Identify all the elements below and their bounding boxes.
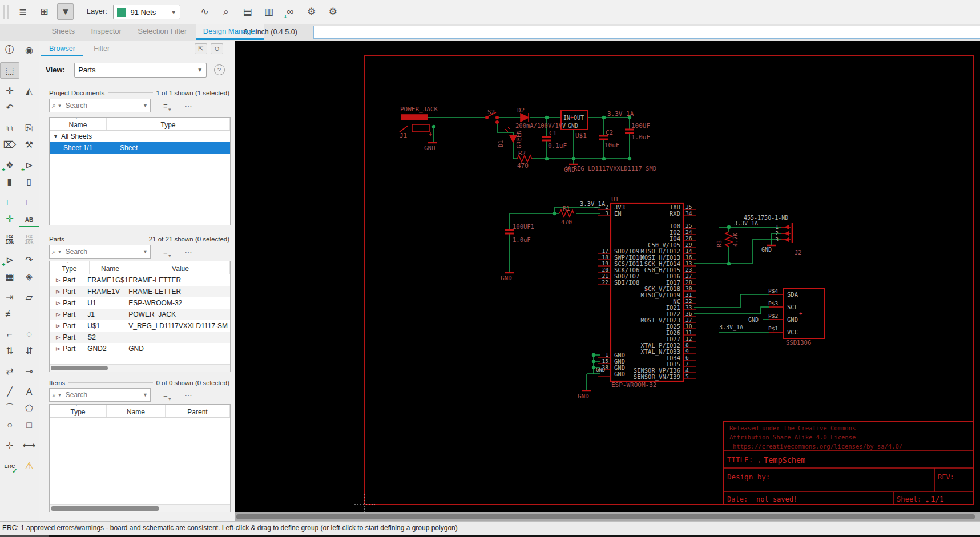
sheet-row-selected[interactable]: Sheet 1/1 Sheet xyxy=(50,142,230,154)
subtab-filter[interactable]: Filter xyxy=(86,42,118,55)
stretch-icon[interactable]: ⇄ xyxy=(0,363,19,379)
part-row[interactable]: ⊳ Part U1 ESP-WROOM-32 xyxy=(50,297,230,309)
items-hscrollbar[interactable] xyxy=(50,504,230,512)
list-options-icon[interactable]: ≡▾ xyxy=(163,391,168,399)
select-mode-icon[interactable]: ⇱ xyxy=(195,43,207,54)
replace-icon[interactable]: ↷ xyxy=(19,252,39,268)
more-options-icon[interactable]: ⋯ xyxy=(185,391,192,399)
layer-dropdown[interactable]: 91 Nets ▼ xyxy=(113,5,180,19)
list-options-icon[interactable]: ≡▾ xyxy=(163,248,168,256)
info-icon[interactable]: ⓘ xyxy=(0,42,19,58)
part-row[interactable]: ⊳ Part U$1 V_REG_LD1117VXXLD1117-SM xyxy=(50,320,230,332)
value-dim-icon[interactable]: R210k xyxy=(19,231,39,248)
column-header-type[interactable]: ˆ Type xyxy=(50,405,107,417)
part-row[interactable]: ⊳ Part S2 xyxy=(50,332,230,343)
wrench-icon[interactable]: ⚒ xyxy=(19,136,39,153)
filter-icon[interactable]: ▼ xyxy=(57,3,74,20)
delete-icon[interactable]: ⌦ xyxy=(0,136,19,153)
search-icon[interactable]: ⌕ xyxy=(50,390,56,399)
dimension-icon[interactable]: ⊹ xyxy=(0,437,19,454)
command-input[interactable] xyxy=(313,26,980,39)
part-row[interactable]: ⊳ Part J1 POWER_JACK xyxy=(50,309,230,320)
documents-search-input[interactable] xyxy=(63,102,140,110)
smd-outline-icon[interactable]: ▯ xyxy=(19,173,39,190)
more-options-icon[interactable]: ⋯ xyxy=(185,248,192,256)
swap-pins-icon[interactable]: ⇅ xyxy=(0,342,19,359)
part-row[interactable]: ⊳ Part FRAME1V FRAME-LETTER xyxy=(50,286,230,297)
layers-icon[interactable]: ≣ xyxy=(14,3,31,20)
signal-icon[interactable]: ∿ xyxy=(196,3,213,20)
circle-icon[interactable]: ○ xyxy=(0,417,19,433)
tree-group-row[interactable]: ▼ All Sheets xyxy=(50,131,230,142)
pentagon-icon[interactable]: ⬠ xyxy=(19,400,39,417)
rotate-icon[interactable]: ↶ xyxy=(0,99,19,116)
part-row[interactable]: ⊳ Part FRAME1G$1 FRAME-LETTER xyxy=(50,274,230,286)
chevron-down-icon[interactable]: ▼ xyxy=(140,249,150,255)
text-icon[interactable]: A xyxy=(19,383,39,400)
eye-icon[interactable]: ◉ xyxy=(19,42,39,58)
column-header-name[interactable]: ˆ Name xyxy=(50,118,107,130)
search-icon[interactable]: ⌕ xyxy=(50,247,56,256)
signal-probe-icon[interactable]: ⌕ xyxy=(217,3,234,20)
smd-filled-icon[interactable]: ▮ xyxy=(0,173,19,190)
tab-selection-filter[interactable]: Selection Filter xyxy=(131,24,193,40)
simulate-meter-icon[interactable]: ▤ xyxy=(239,3,256,20)
polygon-shape-icon[interactable]: ▱ xyxy=(19,289,39,305)
items-search-input[interactable] xyxy=(63,391,140,399)
select-region-icon[interactable]: ⬚ xyxy=(0,62,19,79)
schematic-canvas[interactable]: 23V33EN17SHD/IO918SWP/IO1019SCS/IO1120SC… xyxy=(235,41,980,512)
move-icon[interactable]: ✛ xyxy=(0,83,19,99)
link-add-icon[interactable]: ∞+ xyxy=(282,3,299,20)
line-icon[interactable]: ╱ xyxy=(0,383,19,400)
settings-icon[interactable]: ⚙ xyxy=(303,3,320,20)
swap-gates-icon[interactable]: ⇵ xyxy=(19,342,39,359)
part-row[interactable]: ⊳ Part GND2 GND xyxy=(50,343,230,354)
add-part-icon[interactable]: ❖+ xyxy=(0,157,19,173)
column-header-name[interactable]: Name xyxy=(90,261,131,274)
name-value-icon[interactable]: R210k xyxy=(0,231,19,248)
array-circle-icon[interactable]: ◌ xyxy=(19,326,39,342)
simulate-meter-alt-icon[interactable]: ▥ xyxy=(260,3,277,20)
list-options-icon[interactable]: ≡▾ xyxy=(163,102,168,110)
chevron-down-icon[interactable]: ▼ xyxy=(140,392,150,398)
measure-icon[interactable]: ⟷ xyxy=(19,437,39,454)
erc-icon[interactable]: ERC✓ xyxy=(0,458,19,474)
junction-icon[interactable]: ✛ xyxy=(0,211,19,227)
help-icon[interactable]: ? xyxy=(214,64,225,75)
parts-search-input[interactable] xyxy=(63,248,140,256)
zoom-out-icon[interactable]: ⊖ xyxy=(211,43,223,54)
chip-icon[interactable]: ▦ xyxy=(0,268,19,285)
column-header-name[interactable]: Name xyxy=(107,405,166,417)
canvas-hscrollbar[interactable] xyxy=(235,512,980,521)
arc-icon[interactable]: ⌒ xyxy=(0,400,19,417)
bus-icon[interactable]: ≢ xyxy=(0,305,19,322)
paint-roller-icon[interactable]: ⌐ xyxy=(0,326,19,342)
subtab-browser[interactable]: Browser xyxy=(41,42,83,56)
copy-icon[interactable]: ⧉ xyxy=(0,120,19,136)
add-gate-icon[interactable]: ⊳+ xyxy=(19,157,39,173)
join-icon[interactable]: ⊸ xyxy=(19,363,39,379)
net-label-icon[interactable]: AB xyxy=(19,213,39,227)
column-header-value[interactable]: Value xyxy=(131,261,230,274)
search-icon[interactable]: ⌕ xyxy=(50,101,56,110)
chevron-down-icon[interactable]: ▼ xyxy=(140,103,150,108)
tab-sheets[interactable]: Sheets xyxy=(45,24,81,40)
wire-blue-icon[interactable]: ∟ xyxy=(19,194,39,211)
column-header-type[interactable]: Type xyxy=(107,118,230,130)
tab-inspector[interactable]: Inspector xyxy=(84,24,128,40)
mirror-icon[interactable]: ◭ xyxy=(19,83,39,99)
grid-icon[interactable]: ⊞ xyxy=(36,3,53,20)
tag-icon[interactable]: ◈ xyxy=(19,268,39,285)
column-header-type[interactable]: ˆ Type xyxy=(50,261,90,274)
wire-green-icon[interactable]: ∟ xyxy=(0,194,19,211)
settings-alt-icon[interactable]: ⚙ xyxy=(325,3,341,20)
parts-hscrollbar[interactable] xyxy=(50,364,230,372)
paste-icon[interactable]: ⎘ xyxy=(19,120,39,136)
tree-expand-icon[interactable]: ▼ xyxy=(50,134,61,139)
port-icon[interactable]: ⇥ xyxy=(0,289,19,305)
warning-icon[interactable]: ⚠ xyxy=(19,458,39,474)
add-gate-alt-icon[interactable]: ⊳+ xyxy=(0,252,19,268)
rect-icon[interactable]: □ xyxy=(19,417,39,433)
more-options-icon[interactable]: ⋯ xyxy=(185,102,192,110)
column-header-parent[interactable]: Parent xyxy=(166,405,230,417)
